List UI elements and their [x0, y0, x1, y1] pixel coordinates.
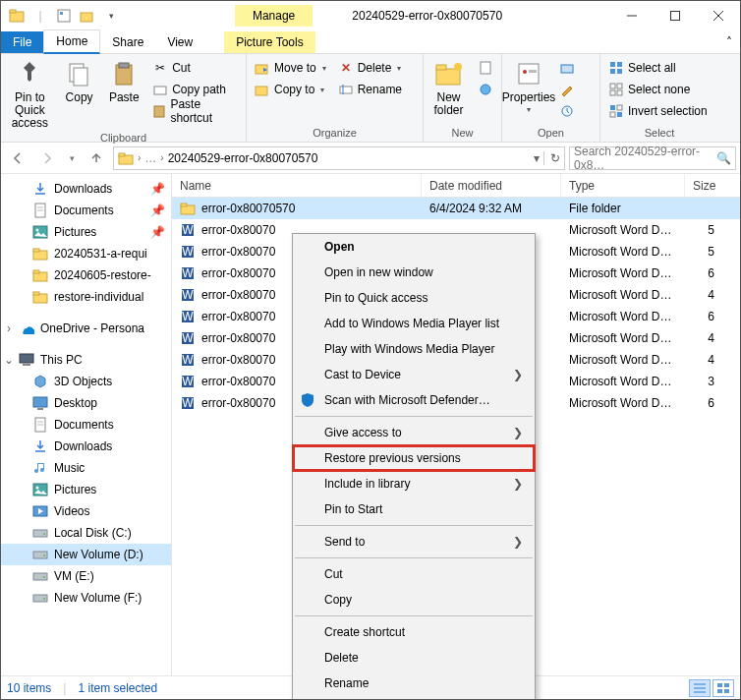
sidebar-item-documents[interactable]: Documents📌	[1, 200, 171, 221]
cut-button[interactable]: ✂Cut	[148, 58, 242, 78]
status-item-count: 10 items	[7, 681, 51, 695]
nav-recent-button[interactable]: ▾	[64, 146, 80, 171]
select-all-button[interactable]: Select all	[604, 58, 712, 78]
breadcrumb-dropdown-icon[interactable]: ▾	[534, 151, 540, 165]
tab-view[interactable]: View	[155, 31, 204, 53]
view-large-icons-button[interactable]	[712, 679, 734, 697]
select-none-button[interactable]: Select none	[604, 80, 712, 99]
submenu-arrow-icon: ❯	[513, 535, 523, 549]
explorer-icon	[7, 6, 27, 26]
menu-item-rename[interactable]: Rename	[293, 671, 535, 696]
open-button[interactable]	[555, 58, 579, 78]
menu-item-open[interactable]: Open	[293, 234, 535, 260]
search-input[interactable]: Search 20240529-error-0x8… 🔍	[569, 146, 736, 170]
chevron-right-icon[interactable]: ›	[138, 152, 141, 163]
nav-forward-button[interactable]	[34, 146, 60, 171]
menu-item-add-to-windows-media-player-list[interactable]: Add to Windows Media Player list	[293, 311, 535, 336]
ribbon-collapse-icon[interactable]: ˄	[718, 35, 740, 49]
easy-access-button[interactable]	[474, 80, 497, 99]
menu-item-restore-previous-versions[interactable]: Restore previous versions	[293, 445, 535, 471]
table-row[interactable]: error-0x800705706/4/2024 9:32 AMFile fol…	[172, 198, 740, 219]
sidebar-item-20240605-restore-[interactable]: 20240605-restore-	[1, 264, 171, 286]
close-button[interactable]	[697, 1, 740, 30]
column-size[interactable]: Size	[685, 174, 722, 197]
breadcrumb[interactable]: › … › 20240529-error-0x80070570 ▾ ↻	[113, 146, 565, 170]
sidebar-item-20240531-a-requi[interactable]: 20240531-a-requi	[1, 243, 171, 264]
minimize-button[interactable]	[610, 1, 654, 30]
sidebar-item-vm-e-[interactable]: VM (E:)	[1, 565, 171, 587]
sidebar-item-documents[interactable]: Documents	[1, 414, 171, 436]
navigation-pane[interactable]: Downloads📌Documents📌Pictures📌20240531-a-…	[1, 174, 172, 677]
breadcrumb-refresh-icon[interactable]: ↻	[543, 151, 560, 165]
menu-item-delete[interactable]: Delete	[293, 645, 535, 671]
column-headers[interactable]: Name Date modified Type Size	[172, 174, 740, 198]
paste-button[interactable]: Paste	[103, 58, 144, 104]
pin-to-quick-access-button[interactable]: Pin to Quick access	[5, 58, 55, 131]
maximize-button[interactable]	[654, 1, 697, 30]
folder-icon	[180, 201, 196, 216]
paste-shortcut-button[interactable]: Paste shortcut	[148, 101, 242, 121]
column-name[interactable]: Name	[172, 174, 422, 197]
sidebar-item-this-pc[interactable]: ⌄This PC	[1, 349, 171, 371]
copy-to-button[interactable]: Copy to▾	[251, 80, 330, 99]
chevron-right-icon[interactable]: ›	[160, 152, 163, 163]
pictures-icon	[32, 482, 48, 497]
new-item-button[interactable]	[474, 58, 497, 78]
move-to-button[interactable]: Move to▾	[251, 58, 330, 78]
tab-share[interactable]: Share	[100, 31, 155, 53]
new-folder-button[interactable]: New folder	[428, 58, 470, 117]
menu-item-pin-to-start[interactable]: Pin to Start	[293, 496, 535, 522]
copy-button[interactable]: Copy	[59, 58, 100, 104]
tab-picture-tools[interactable]: Picture Tools	[224, 31, 314, 53]
sidebar-item-pictures[interactable]: Pictures	[1, 479, 171, 500]
expand-icon[interactable]: ⌄	[3, 353, 15, 367]
copy-path-button[interactable]: Copy path	[148, 80, 242, 99]
sidebar-item-desktop[interactable]: Desktop	[1, 392, 171, 414]
breadcrumb-segment[interactable]: 20240529-error-0x80070570	[168, 151, 318, 165]
sidebar-item-restore-individual[interactable]: restore-individual	[1, 286, 171, 308]
sidebar-item-onedrive-persona[interactable]: ›OneDrive - Persona	[1, 318, 171, 339]
column-type[interactable]: Type	[561, 174, 685, 197]
3d-icon	[32, 374, 48, 389]
menu-item-pin-to-quick-access[interactable]: Pin to Quick access	[293, 285, 535, 311]
tab-home[interactable]: Home	[43, 29, 100, 54]
column-date[interactable]: Date modified	[422, 174, 561, 197]
delete-icon: ✕	[338, 60, 354, 76]
delete-button[interactable]: ✕Delete▾	[334, 58, 406, 78]
menu-item-open-in-new-window[interactable]: Open in new window	[293, 260, 535, 285]
sidebar-item-pictures[interactable]: Pictures📌	[1, 221, 171, 243]
menu-item-give-access-to[interactable]: Give access to❯	[293, 420, 535, 445]
menu-item-cast-to-device[interactable]: Cast to Device❯	[293, 362, 535, 387]
document-icon	[32, 417, 48, 433]
move-to-icon	[255, 60, 270, 76]
rename-button[interactable]: Rename	[334, 80, 406, 99]
qat-newfolder-icon[interactable]	[78, 6, 97, 26]
sidebar-item-videos[interactable]: Videos	[1, 500, 171, 522]
menu-item-scan-with-microsoft-defender-[interactable]: Scan with Microsoft Defender…	[293, 387, 535, 413]
menu-item-cut[interactable]: Cut	[293, 561, 535, 587]
sidebar-item-new-volume-f-[interactable]: New Volume (F:)	[1, 587, 171, 609]
menu-item-copy[interactable]: Copy	[293, 587, 535, 612]
properties-button[interactable]: Properties ▾	[506, 58, 551, 115]
nav-back-button[interactable]	[5, 146, 30, 171]
view-details-button[interactable]	[689, 679, 711, 697]
sidebar-item-new-volume-d-[interactable]: New Volume (D:)	[1, 544, 171, 565]
menu-item-create-shortcut[interactable]: Create shortcut	[293, 619, 535, 645]
invert-selection-button[interactable]: Invert selection	[604, 101, 712, 121]
menu-item-include-in-library[interactable]: Include in library❯	[293, 471, 535, 496]
menu-item-play-with-windows-media-player[interactable]: Play with Windows Media Player	[293, 336, 535, 362]
history-button[interactable]	[555, 101, 579, 121]
tab-file[interactable]: File	[1, 31, 43, 53]
sidebar-item-music[interactable]: Music	[1, 457, 171, 479]
sidebar-item-downloads[interactable]: Downloads	[1, 436, 171, 457]
expand-icon[interactable]: ›	[3, 321, 15, 335]
sidebar-item-local-disk-c-[interactable]: Local Disk (C:)	[1, 522, 171, 544]
menu-item-send-to[interactable]: Send to❯	[293, 529, 535, 554]
nav-up-button[interactable]	[84, 146, 109, 171]
sidebar-item-3d-objects[interactable]: 3D Objects	[1, 371, 171, 392]
sidebar-item-downloads[interactable]: Downloads📌	[1, 178, 171, 200]
edit-button[interactable]	[555, 80, 579, 99]
qat-dropdown-icon[interactable]: ▾	[101, 6, 121, 26]
pin-label: Pin to Quick access	[5, 91, 55, 131]
qat-properties-icon[interactable]	[54, 6, 74, 26]
